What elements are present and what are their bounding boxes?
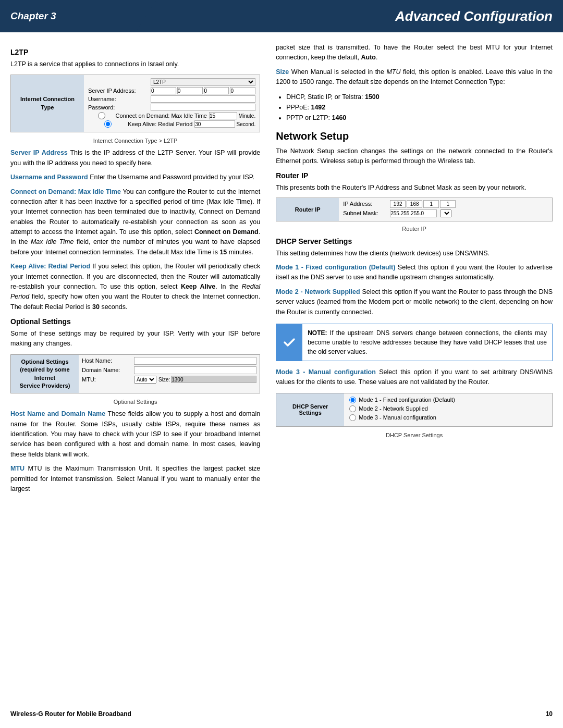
host-domain-desc: Host Name and Domain Name These fields a… (10, 409, 260, 460)
server-ip-desc: Server IP Address This is the IP address… (10, 148, 260, 168)
footer-left: Wireless-G Router for Mobile Broadband (10, 710, 131, 718)
bullet-item-1: DHCP, Static IP, or Telstra: 1500 (286, 92, 553, 102)
l2tp-intro: L2TP is a service that applies to connec… (10, 59, 260, 69)
subnet-mask-label: Subnet Mask: (343, 210, 390, 216)
mtu-size-input[interactable] (171, 376, 256, 383)
mtu-desc: MTU MTU is the Maximum Transmission Unit… (10, 464, 260, 494)
router-ip-heading: Router IP (276, 171, 553, 180)
ip-4[interactable] (440, 200, 456, 208)
username-password-desc-text: Enter the Username and Password provided… (90, 174, 254, 181)
ip-1[interactable] (390, 200, 406, 208)
footer-right: 10 (546, 710, 553, 718)
domain-name-input[interactable] (134, 366, 256, 374)
inet-caption: Internet Connection Type > L2TP (10, 138, 260, 144)
page-header: Chapter 3 Advanced Configuration (0, 0, 563, 32)
dhcp-intro: This setting determines how the clients … (276, 249, 553, 258)
mode2-term: Mode 2 - Network Supplied (276, 288, 360, 295)
dhcp-options: Mode 1 - Fixed configuration (Default) M… (344, 393, 552, 426)
optional-settings-mockup: Optional Settings(required by some Inter… (10, 354, 260, 394)
connect-demand-desc: Connect on Demand: Max Idle Time You can… (10, 187, 260, 258)
keep-alive-radio[interactable] (88, 120, 128, 128)
router-ip-desc: This presents both the Router's IP Addre… (276, 183, 553, 193)
mtu-label: MTU: (82, 376, 134, 382)
mtu-continued: packet size that is transmitted. To have… (276, 43, 553, 63)
redial-period-input[interactable] (194, 120, 235, 128)
dhcp-mode3-label: Mode 3 - Manual configuration (359, 414, 436, 421)
size-label: Size: (158, 377, 170, 382)
chapter-label: Chapter 3 (10, 10, 56, 22)
dhcp-mode2-radio[interactable] (349, 405, 356, 412)
subnet-mask-input[interactable] (390, 209, 437, 217)
second-label: Second. (236, 121, 255, 127)
connect-demand-label: Connect on Demand: Max Idle Time (115, 113, 206, 119)
connect-demand-radio[interactable] (88, 112, 115, 119)
username-password-desc: Username and Password Enter the Username… (10, 172, 260, 182)
host-domain-term: Host Name and Domain Name (10, 410, 105, 417)
note-text: If the upstream DNS servers change betwe… (308, 329, 547, 355)
inet-fields: L2TP Server IP Address: Username: (84, 75, 260, 132)
max-idle-time-input[interactable] (209, 112, 237, 119)
bullet-item-2: PPPoE: 1492 (286, 102, 553, 113)
router-ip-label: Router IP (276, 198, 339, 221)
domain-name-label: Domain Name: (82, 367, 134, 373)
ip-3[interactable] (423, 200, 439, 208)
router-ip-caption: Router IP (276, 226, 553, 232)
password-input[interactable] (151, 104, 255, 111)
left-column: L2TP L2TP is a service that applies to c… (10, 43, 271, 498)
dhcp-mode3-radio[interactable] (349, 414, 356, 421)
network-setup-heading: Network Setup (276, 130, 553, 142)
username-label: Username: (88, 96, 151, 102)
server-ip-term: Server IP Address (10, 149, 68, 156)
server-ip-3[interactable] (204, 87, 229, 94)
keep-alive-desc: Keep Alive: Redial Period If you select … (10, 262, 260, 312)
dhcp-mode2-label: Mode 2 - Network Supplied (359, 405, 428, 412)
opt-fields: Host Name: Domain Name: MTU: Auto Size: (79, 355, 260, 393)
keep-alive-label: Keep Alive: Redial Period (128, 121, 192, 127)
subnet-select[interactable] (440, 209, 451, 217)
note-label: NOTE: (308, 329, 327, 337)
keep-alive-term: Keep Alive: Redial Period (10, 263, 90, 270)
connect-demand-desc-text: You can configure the Router to cut the … (10, 188, 260, 256)
mtu-term: MTU (10, 465, 25, 472)
dhcp-heading: DHCP Server Settings (276, 237, 553, 245)
size-term: Size (276, 68, 289, 76)
main-content: L2TP L2TP is a service that applies to c… (0, 32, 563, 498)
host-name-input[interactable] (134, 357, 256, 365)
dhcp-mode1-label: Mode 1 - Fixed configuration (Default) (359, 397, 455, 403)
mtu-desc-text: MTU is the Maximum Transmission Unit. It… (10, 465, 260, 492)
connect-demand-term: Connect on Demand: Max Idle Time (10, 188, 121, 195)
router-ip-box: Router IP IP Address: Subnet Mask: (276, 198, 553, 221)
right-column: packet size that is transmitted. To have… (271, 43, 553, 498)
password-label: Password: (88, 104, 151, 110)
optional-settings-intro: Some of these settings may be required b… (10, 329, 260, 349)
server-ip-4[interactable] (230, 87, 255, 94)
inet-type-select[interactable]: L2TP (151, 78, 255, 86)
server-ip-2[interactable] (177, 87, 203, 94)
optional-settings-heading: Optional Settings (10, 317, 260, 326)
size-desc: Size When Manual is selected in the MTU … (276, 67, 553, 88)
mode1-desc: Mode 1 - Fixed configuration (Default) S… (276, 263, 553, 283)
optional-caption: Optional Settings (10, 399, 260, 405)
mode1-term: Mode 1 - Fixed configuration (Default) (276, 264, 395, 271)
ip-address-label: IP Address: (343, 201, 390, 207)
mode3-term: Mode 3 - Manual configuration (276, 368, 376, 376)
inet-type-label: Internet Connection Type (11, 75, 84, 132)
mtu-select[interactable]: Auto (134, 376, 156, 384)
host-name-label: Host Name: (82, 357, 134, 364)
header-chapter-section: Chapter 3 (0, 0, 136, 32)
server-ip-1[interactable] (151, 87, 176, 94)
inet-mockup-box: Internet Connection Type L2TP Server IP … (10, 75, 260, 132)
username-input[interactable] (151, 95, 255, 103)
mode2-desc: Mode 2 - Network Supplied Select this op… (276, 287, 553, 317)
l2tp-heading: L2TP (10, 48, 260, 56)
ip-2[interactable] (407, 200, 422, 208)
dhcp-mode1-radio[interactable] (349, 397, 356, 403)
server-ip-label: Server IP Address: (88, 88, 151, 94)
router-ip-fields: IP Address: Subnet Mask: (339, 198, 552, 221)
size-desc-text: When Manual is selected in the MTU field… (276, 68, 553, 85)
note-box: NOTE: If the upstream DNS servers change… (276, 324, 553, 361)
mode3-desc: Mode 3 - Manual configuration Select thi… (276, 367, 553, 388)
dhcp-caption: DHCP Server Settings (276, 432, 553, 438)
username-password-term: Username and Password (10, 174, 88, 181)
page-footer: Wireless-G Router for Mobile Broadband 1… (10, 710, 553, 718)
